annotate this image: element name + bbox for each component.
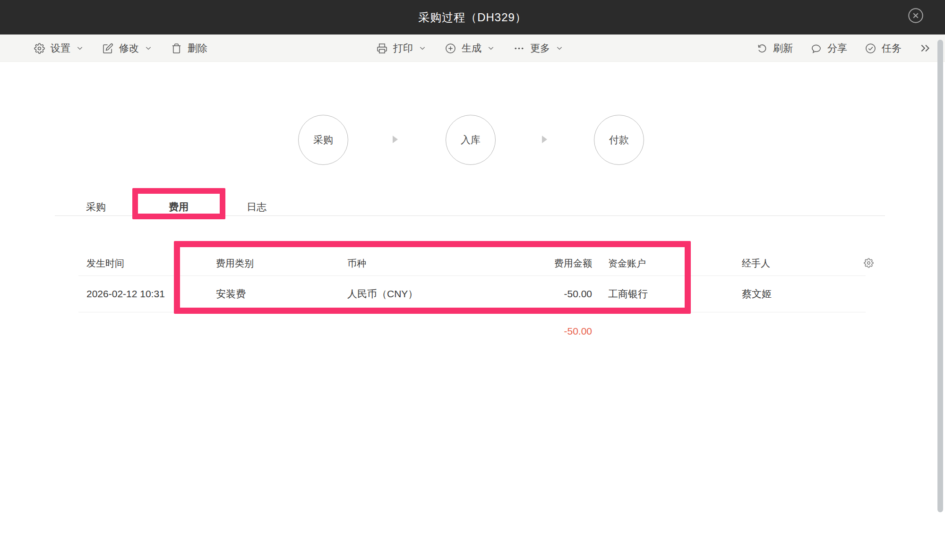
cell-category: 安装费 [216, 287, 246, 301]
chevron-down-icon [487, 44, 495, 52]
generate-label: 生成 [462, 42, 481, 55]
tab-procurement[interactable]: 采购 [86, 200, 106, 214]
vertical-scrollbar[interactable] [937, 40, 943, 512]
task-button[interactable]: 任务 [865, 42, 902, 55]
column-header-handler: 经手人 [742, 257, 770, 269]
ellipsis-icon [514, 43, 524, 54]
flow-step-stock-in[interactable]: 入库 [446, 115, 496, 165]
cell-amount: -50.00 [564, 288, 592, 300]
flow-step-procurement[interactable]: 采购 [298, 115, 348, 165]
expense-table-row[interactable]: 2026-02-12 10:31 安装费 人民币（CNY） -50.00 工商银… [78, 276, 866, 312]
column-header-account: 资金账户 [608, 257, 646, 269]
chevron-down-icon [145, 44, 152, 52]
toolbar-right-group: 刷新 分享 任务 [756, 34, 932, 62]
trash-icon [171, 43, 182, 54]
chevron-down-icon [76, 44, 84, 52]
expense-table-header: 发生时间 费用类别 币种 费用金额 资金账户 经手人 [78, 250, 866, 276]
gear-icon [34, 43, 45, 54]
plus-circle-icon [445, 43, 456, 54]
more-button[interactable]: 更多 [514, 42, 563, 55]
settings-label: 设置 [51, 42, 70, 55]
cell-currency: 人民币（CNY） [347, 287, 418, 301]
tabs-divider [55, 215, 885, 216]
arrow-right-icon [541, 135, 548, 144]
modify-label: 修改 [119, 42, 139, 55]
gear-icon [864, 258, 874, 268]
toolbar-center-group: 打印 生成 更多 [377, 34, 563, 62]
cell-time: 2026-02-12 10:31 [86, 288, 165, 300]
delete-button[interactable]: 删除 [171, 42, 207, 55]
column-header-amount: 费用金额 [554, 257, 592, 269]
flow-step-payment[interactable]: 付款 [594, 115, 644, 165]
total-amount: -50.00 [564, 326, 592, 337]
procurement-process-window: 采购过程（DH329） 设置 [0, 0, 945, 560]
printer-icon [377, 43, 387, 54]
toolbar-overflow-button[interactable] [919, 42, 932, 54]
check-circle-icon [865, 43, 876, 54]
toolbar-left-group: 设置 修改 删除 [34, 34, 207, 62]
tab-expense[interactable]: 费用 [169, 200, 189, 214]
cell-account: 工商银行 [608, 287, 648, 301]
share-label: 分享 [827, 42, 847, 55]
settings-button[interactable]: 设置 [34, 42, 84, 55]
titlebar: 采购过程（DH329） [0, 0, 945, 34]
flow-step-label: 付款 [609, 133, 629, 146]
flow-step-label: 采购 [313, 133, 333, 146]
flow-step-label: 入库 [461, 133, 481, 146]
comment-icon [811, 43, 822, 54]
column-header-time: 发生时间 [86, 257, 124, 269]
more-label: 更多 [530, 42, 550, 55]
edit-icon [103, 43, 113, 54]
delete-label: 删除 [188, 42, 207, 55]
double-chevron-right-icon [919, 42, 932, 54]
cell-handler: 蔡文姬 [742, 287, 772, 301]
share-button[interactable]: 分享 [811, 42, 847, 55]
tab-log[interactable]: 日志 [247, 200, 266, 214]
toolbar: 设置 修改 删除 [0, 34, 945, 62]
window-title: 采购过程（DH329） [418, 10, 527, 25]
table-settings-button[interactable] [864, 258, 874, 268]
close-button[interactable] [908, 8, 924, 24]
column-header-category: 费用类别 [216, 257, 254, 269]
chevron-down-icon [556, 44, 563, 52]
close-circle-icon [908, 8, 924, 24]
column-header-currency: 币种 [347, 257, 366, 269]
chevron-down-icon [419, 44, 426, 52]
print-button[interactable]: 打印 [377, 42, 426, 55]
refresh-label: 刷新 [773, 42, 793, 55]
arrow-right-icon [392, 135, 398, 144]
modify-button[interactable]: 修改 [103, 42, 152, 55]
print-label: 打印 [393, 42, 413, 55]
task-label: 任务 [882, 42, 902, 55]
refresh-button[interactable]: 刷新 [756, 42, 793, 55]
refresh-icon [756, 43, 767, 54]
generate-button[interactable]: 生成 [445, 42, 495, 55]
